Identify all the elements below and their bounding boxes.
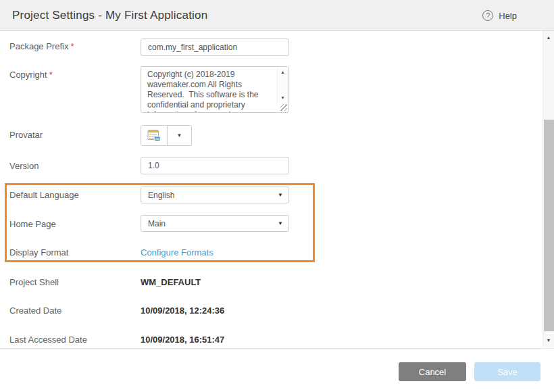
package-prefix-label: Package Prefix* xyxy=(9,41,138,51)
project-settings-dialog: Project Settings - My First Application … xyxy=(0,0,554,392)
required-asterisk: * xyxy=(70,41,74,51)
help-button[interactable]: ? Help xyxy=(482,0,517,31)
help-label: Help xyxy=(499,11,517,21)
required-asterisk: * xyxy=(49,70,53,80)
select-value: Main xyxy=(141,219,278,228)
save-button[interactable]: Save xyxy=(474,362,540,381)
scroll-up-icon[interactable]: ▲ xyxy=(280,70,285,75)
scroll-up-icon[interactable]: ▲ xyxy=(543,35,554,40)
main-scrollbar[interactable]: ▲ ▼ xyxy=(543,31,554,347)
cancel-button[interactable]: Cancel xyxy=(399,362,466,381)
last-accessed-date-value: 10/09/2018, 16:51:47 xyxy=(141,335,224,345)
configure-formats-link[interactable]: Configure Formats xyxy=(141,247,213,258)
provatar-control: ▼ xyxy=(141,125,192,146)
default-language-select[interactable]: English ▼ xyxy=(141,187,289,203)
field-label-text: Package Prefix xyxy=(9,41,68,51)
created-date-label: Created Date xyxy=(9,305,138,316)
dialog-title: Project Settings - My First Application xyxy=(12,9,207,22)
scrollbar-thumb[interactable] xyxy=(544,120,554,331)
copyright-text: Copyright (c) 2018-2019 wavemaker.com Al… xyxy=(147,70,276,113)
project-shell-label: Project Shell xyxy=(9,277,138,287)
help-icon: ? xyxy=(482,10,493,21)
provatar-app-icon xyxy=(147,129,161,142)
field-label-text: Copyright xyxy=(9,70,47,80)
chevron-down-icon: ▼ xyxy=(278,192,288,198)
settings-form: Package Prefix* Copyright* Copyright (c)… xyxy=(0,31,554,348)
resize-grip-icon[interactable] xyxy=(280,104,287,111)
provatar-icon-button[interactable] xyxy=(141,126,167,145)
version-input[interactable] xyxy=(141,157,289,174)
display-format-label: Display Format xyxy=(9,247,138,258)
provatar-label: Provatar xyxy=(9,130,138,140)
copyright-label: Copyright* xyxy=(9,70,138,80)
scroll-down-icon[interactable]: ▼ xyxy=(543,338,554,343)
dialog-footer: Cancel Save xyxy=(0,348,554,392)
package-prefix-input[interactable] xyxy=(141,39,289,56)
default-language-label: Default Language xyxy=(9,190,138,200)
home-page-label: Home Page xyxy=(9,219,138,229)
select-value: English xyxy=(141,191,278,200)
provatar-dropdown-button[interactable]: ▼ xyxy=(167,126,191,145)
version-label: Version xyxy=(9,161,138,171)
copyright-textarea[interactable]: Copyright (c) 2018-2019 wavemaker.com Al… xyxy=(141,66,289,113)
scroll-down-icon[interactable]: ▼ xyxy=(280,95,285,101)
created-date-value: 10/09/2018, 12:24:36 xyxy=(141,305,224,316)
project-shell-value: WM_DEFAULT xyxy=(141,277,201,287)
dialog-header: Project Settings - My First Application … xyxy=(0,0,554,31)
chevron-down-icon: ▼ xyxy=(278,220,288,226)
copyright-scrollbar[interactable]: ▲ ▼ xyxy=(277,68,288,103)
last-accessed-date-label: Last Accessed Date xyxy=(9,335,138,345)
home-page-select[interactable]: Main ▼ xyxy=(141,215,289,232)
chevron-down-icon: ▼ xyxy=(177,132,182,139)
